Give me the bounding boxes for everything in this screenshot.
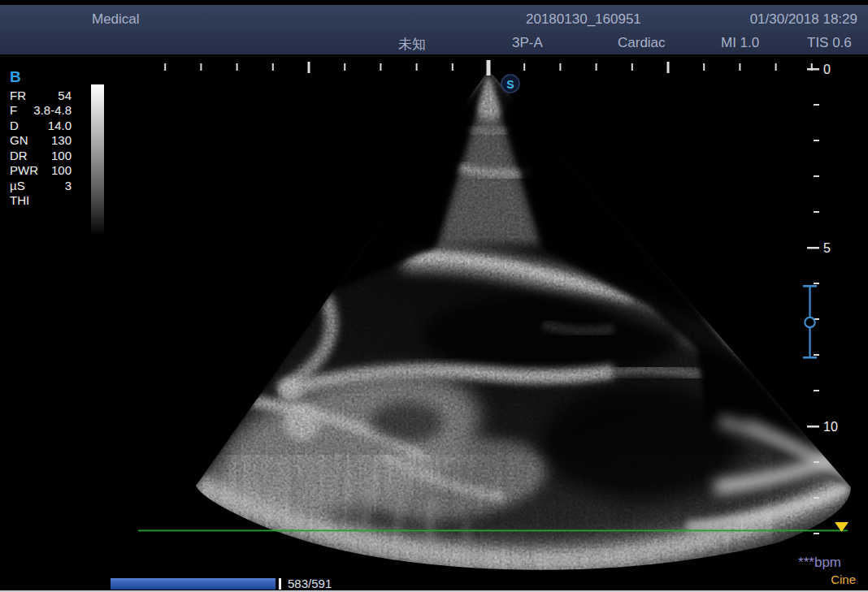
param-value: 130 [51,133,72,147]
logo-letter: S [506,78,514,91]
ultrasound-fan [0,56,868,592]
depth-label-0: 0 [823,63,831,76]
param-us: µS 3 [10,178,72,193]
frame-counter: 583/591 [288,577,332,590]
depth-label-10: 10 [823,420,838,434]
param-gn: GN 130 [10,133,72,149]
param-label: FR [10,89,26,102]
param-value: 14.0 [48,119,72,132]
param-value: 3 [65,179,72,192]
mode-indicator: B [10,69,72,85]
cine-mode-label: Cine [823,573,856,586]
param-value: 3.8-4.8 [33,103,72,117]
b-mode-image: 0 5 10 S [0,0,868,592]
focus-marker[interactable] [803,285,817,359]
param-fr: FR 54 [10,88,72,103]
param-dr: DR 100 [10,148,72,163]
param-label: F [10,103,17,117]
param-f: F 3.8-4.8 [10,103,72,119]
param-label: D [10,119,19,132]
orientation-logo: S [501,75,519,93]
param-label: PWR [10,163,38,177]
param-thi: THI [10,193,72,209]
param-label: µS [10,179,25,192]
width-ruler [164,60,813,76]
param-d: D 14.0 [10,118,72,133]
param-value: 100 [51,149,72,162]
ecg-baseline [138,530,848,532]
imaging-params: B FR 54 F 3.8-4.8 D 14.0 GN 130 DR 100 P… [10,69,72,208]
depth-label-5: 5 [823,241,831,255]
param-label: THI [10,193,29,207]
param-pwr: PWR 100 [10,163,72,179]
cine-progress-bar[interactable] [111,578,281,590]
param-label: DR [10,149,28,162]
param-value: 100 [51,163,72,177]
cine-progress-fill [111,578,276,590]
grayscale-bar [91,84,104,236]
heart-rate-display: ***bpm [776,555,841,571]
param-value: 54 [58,89,72,102]
param-label: GN [10,133,28,147]
cine-position-marker [279,578,281,590]
